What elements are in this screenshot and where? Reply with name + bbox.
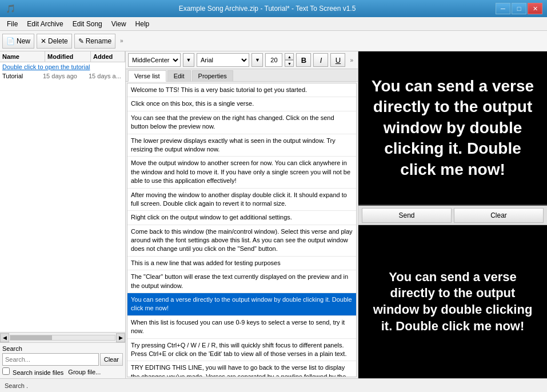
close-button[interactable]: ✕ bbox=[528, 3, 542, 14]
scroll-left-button[interactable]: ◀ bbox=[0, 333, 9, 342]
header-name[interactable]: Name bbox=[0, 51, 45, 62]
search-inside-files-label: Search inside files bbox=[13, 369, 63, 376]
delete-label: Delete bbox=[48, 37, 68, 45]
toolbar-more-button[interactable]: » bbox=[118, 37, 126, 45]
middle-panel: MiddleCenter ▼ Arial ▼ ▲ ▼ B I U » Verse… bbox=[126, 51, 358, 378]
main-toolbar: 📄 New ✕ Delete ✎ Rename » bbox=[0, 31, 547, 51]
rename-icon: ✎ bbox=[78, 37, 84, 45]
search-label: Search bbox=[2, 345, 123, 352]
clear-button[interactable]: Clear bbox=[454, 208, 544, 223]
search-panel: Search Clear Search inside files Group f… bbox=[0, 342, 125, 378]
table-row[interactable]: Tutorial 15 days ago 15 days a... bbox=[0, 71, 125, 81]
send-button[interactable]: Send bbox=[362, 208, 452, 223]
list-item[interactable]: You can see that the preview on the righ… bbox=[127, 111, 356, 134]
file-list-content: Double click to open the tutorial Tutori… bbox=[0, 62, 125, 332]
search-options: Search inside files Group file... bbox=[2, 367, 123, 376]
verse-tabs: Verse list Edit Properties bbox=[126, 69, 358, 82]
italic-button[interactable]: I bbox=[313, 53, 328, 67]
search-inside-files-checkbox[interactable] bbox=[2, 367, 10, 375]
left-panel: Name Modified Added Double click to open… bbox=[0, 51, 126, 378]
scroll-track[interactable] bbox=[10, 335, 115, 341]
preview-top-text: You can send a verse directly to the out… bbox=[370, 76, 536, 180]
maximize-button[interactable]: □ bbox=[512, 3, 526, 14]
font-size-input[interactable] bbox=[265, 53, 282, 67]
minimize-button[interactable]: ─ bbox=[496, 3, 510, 14]
alignment-select[interactable]: MiddleCenter bbox=[128, 53, 181, 67]
menu-view[interactable]: View bbox=[107, 19, 131, 29]
new-icon: 📄 bbox=[6, 37, 15, 45]
app-icon: 🎵 bbox=[5, 3, 16, 14]
file-list-header: Name Modified Added bbox=[0, 51, 125, 62]
title-bar: 🎵 Example Song Archive.zip - Tutorial* -… bbox=[0, 0, 547, 17]
status-text: Search . bbox=[5, 382, 28, 389]
preview-controls: Send Clear bbox=[358, 206, 547, 225]
search-input[interactable] bbox=[2, 353, 99, 366]
file-modified: 15 days ago bbox=[43, 73, 89, 79]
menu-edit-song[interactable]: Edit Song bbox=[68, 19, 107, 29]
scroll-thumb bbox=[10, 335, 52, 340]
delete-icon: ✕ bbox=[41, 37, 46, 45]
tab-edit[interactable]: Edit bbox=[167, 70, 191, 81]
search-clear-button[interactable]: Clear bbox=[100, 353, 123, 366]
list-item[interactable]: After moving the window to another displ… bbox=[127, 189, 356, 211]
scroll-right-button[interactable]: ▶ bbox=[116, 333, 125, 342]
format-toolbar: MiddleCenter ▼ Arial ▼ ▲ ▼ B I U » bbox=[126, 51, 358, 69]
list-item[interactable]: This is a new line that was added for te… bbox=[127, 257, 356, 270]
file-added: 15 days a... bbox=[89, 73, 123, 79]
tab-verse-list[interactable]: Verse list bbox=[128, 70, 166, 82]
verse-list[interactable]: Welcome to TTS! This is a very basic tut… bbox=[127, 83, 357, 377]
list-item[interactable]: Try pressing Ctrl+Q / W / E / R, this wi… bbox=[127, 339, 356, 362]
font-size-spinner: ▲ ▼ bbox=[285, 53, 294, 67]
list-item[interactable]: Welcome to TTS! This is a very basic tut… bbox=[127, 83, 356, 97]
new-label: New bbox=[17, 37, 30, 45]
menu-bar: File Edit Archive Edit Song View Help bbox=[0, 17, 547, 31]
status-bar: Search . bbox=[0, 378, 547, 392]
font-select[interactable]: Arial bbox=[197, 53, 249, 67]
window-controls: ─ □ ✕ bbox=[496, 3, 542, 14]
list-item[interactable]: You can send a verse directly to the out… bbox=[127, 293, 356, 316]
rename-button[interactable]: ✎ Rename bbox=[74, 34, 115, 49]
list-item[interactable]: TRY EDITING THIS LINE, you will have to … bbox=[127, 361, 356, 377]
horizontal-scrollbar[interactable]: ◀ ▶ bbox=[0, 332, 125, 342]
preview-bottom[interactable]: You can send a verse directly to the out… bbox=[358, 225, 547, 378]
header-added[interactable]: Added bbox=[91, 51, 125, 62]
list-item[interactable]: The lower preview displays exactly what … bbox=[127, 134, 356, 157]
font-dropdown-button[interactable]: ▼ bbox=[251, 53, 263, 67]
bold-button[interactable]: B bbox=[296, 53, 311, 67]
tutorial-link[interactable]: Double click to open the tutorial bbox=[0, 62, 125, 71]
preview-bottom-text: You can send a verse directly to the out… bbox=[370, 269, 536, 334]
list-item[interactable]: Come back to this window (the main/contr… bbox=[127, 225, 356, 257]
list-item[interactable]: Click once on this box, this is a single… bbox=[127, 97, 356, 111]
right-panel: You can send a verse directly to the out… bbox=[358, 51, 547, 378]
group-files-label: Group file... bbox=[68, 369, 101, 375]
rename-label: Rename bbox=[86, 37, 111, 45]
search-inside-files-option[interactable]: Search inside files bbox=[2, 367, 63, 376]
delete-button[interactable]: ✕ Delete bbox=[37, 34, 72, 49]
format-more-button[interactable]: » bbox=[348, 56, 356, 65]
list-item[interactable]: The "Clear" button will erase the text c… bbox=[127, 270, 356, 293]
list-item[interactable]: Right click on the output window to get … bbox=[127, 211, 356, 225]
new-button[interactable]: 📄 New bbox=[2, 34, 34, 49]
list-item[interactable]: Move the output window to another screen… bbox=[127, 157, 356, 188]
menu-help[interactable]: Help bbox=[131, 19, 154, 29]
menu-edit-archive[interactable]: Edit Archive bbox=[22, 19, 67, 29]
window-title: Example Song Archive.zip - Tutorial* - T… bbox=[39, 5, 496, 13]
file-name: Tutorial bbox=[2, 73, 43, 79]
preview-top[interactable]: You can send a verse directly to the out… bbox=[358, 51, 547, 206]
tab-properties[interactable]: Properties bbox=[192, 70, 233, 81]
search-row: Clear bbox=[2, 353, 123, 366]
main-container: Name Modified Added Double click to open… bbox=[0, 51, 547, 378]
alignment-dropdown-button[interactable]: ▼ bbox=[183, 53, 194, 67]
header-modified[interactable]: Modified bbox=[45, 51, 91, 62]
menu-file[interactable]: File bbox=[2, 19, 22, 29]
font-size-down-button[interactable]: ▼ bbox=[285, 60, 294, 67]
underline-button[interactable]: U bbox=[330, 53, 345, 67]
font-size-up-button[interactable]: ▲ bbox=[285, 53, 294, 60]
list-item[interactable]: When this list is focused you can use 0-… bbox=[127, 316, 356, 339]
